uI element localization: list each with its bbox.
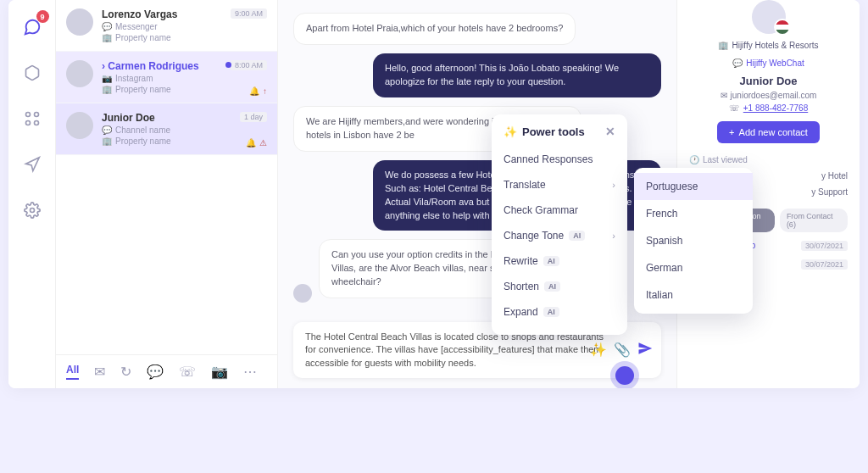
nav-inbox[interactable]: 9: [20, 15, 44, 39]
building-icon: 🏢: [102, 33, 112, 42]
plus-icon: +: [729, 127, 734, 137]
message-out: Hello, good afternoon! This is João Loba…: [373, 53, 661, 97]
chevron-right-icon: ›: [612, 180, 615, 190]
svg-point-2: [25, 121, 30, 125]
chat-icon: 💬: [732, 58, 743, 68]
building-icon: 🏢: [102, 136, 112, 146]
refresh-icon[interactable]: ↻: [120, 364, 131, 380]
lang-spanish[interactable]: Spanish: [634, 227, 753, 254]
building-icon: 🏢: [718, 41, 728, 50]
conv-time: 1 day: [240, 112, 267, 122]
nav-analytics[interactable]: [20, 61, 44, 85]
composer-text[interactable]: The Hotel Central Beach Villas is locate…: [305, 331, 610, 370]
clock-icon: 🕐: [689, 155, 699, 164]
main-nav: 9: [8, 0, 56, 388]
phone-icon: ☏: [729, 103, 740, 113]
avatar: [293, 284, 312, 303]
tag-tab-contact[interactable]: From Contact (6): [780, 209, 848, 232]
lang-german[interactable]: German: [634, 254, 753, 281]
power-tools-popover: ✨ Power tools ✕ Canned Responses Transla…: [492, 114, 627, 335]
tool-expand[interactable]: ExpandAI: [492, 299, 627, 325]
magic-icon: ✨: [504, 125, 517, 138]
lang-italian[interactable]: Italian: [634, 281, 753, 309]
nav-campaigns[interactable]: [20, 153, 44, 176]
profile-phone[interactable]: ☏+1 888-482-7768: [729, 103, 808, 113]
chevron-right-icon: ›: [102, 60, 105, 72]
bell-icon: 🔔: [246, 138, 256, 147]
instagram-icon[interactable]: 📷: [211, 364, 228, 380]
building-icon: 🏢: [102, 85, 112, 94]
channel-icon: 💬: [102, 125, 112, 135]
lang-french[interactable]: French: [634, 200, 753, 227]
add-contact-button[interactable]: +Add new contact: [717, 121, 820, 143]
conversation-item[interactable]: Junior Doe 💬Channel name 🏢Property name …: [56, 103, 277, 155]
more-icon[interactable]: ⋯: [243, 364, 257, 380]
tool-check-grammar[interactable]: Check Grammar: [492, 198, 627, 223]
last-viewed-label: 🕐Last viewed: [689, 155, 748, 164]
tool-change-tone[interactable]: Change ToneAI›: [492, 223, 627, 248]
svg-point-0: [25, 113, 30, 117]
tool-shorten[interactable]: ShortenAI: [492, 274, 627, 299]
product-chip: 💬Hijiffy WebChat: [726, 57, 811, 70]
instagram-icon: 📷: [102, 74, 112, 83]
conv-time: 8:00 AM: [231, 60, 267, 70]
nav-badge: 9: [36, 10, 49, 23]
popover-title: Power tools: [522, 125, 585, 138]
viewed-item[interactable]: y Support: [811, 187, 848, 197]
svg-point-1: [34, 113, 38, 117]
unread-dot: [225, 62, 231, 68]
profile-avatar: [752, 0, 786, 34]
bell-icon: 🔔: [249, 86, 259, 96]
profile-email: ✉juniordoes@email.com: [721, 91, 817, 100]
attachment-icon[interactable]: 📎: [614, 342, 631, 358]
viewed-item[interactable]: y Hotel: [821, 171, 848, 181]
whatsapp-icon[interactable]: ☏: [179, 364, 196, 380]
warning-icon: ⚠: [259, 138, 267, 147]
nav-apps[interactable]: [20, 107, 44, 131]
send-button[interactable]: [637, 341, 653, 359]
channel-tabs: All ✉ ↻ 💬 ☏ 📷 ⋯: [56, 354, 277, 388]
avatar: [66, 60, 93, 87]
tool-rewrite[interactable]: RewriteAI: [492, 248, 627, 274]
lang-portuguese[interactable]: Portuguese: [634, 173, 753, 200]
conversation-item[interactable]: › Carmen Rodrigues 📷Instagram 🏢Property …: [56, 52, 277, 103]
chevron-right-icon: ›: [612, 231, 615, 241]
close-icon[interactable]: ✕: [605, 125, 615, 138]
arrow-up-icon: ↑: [263, 86, 267, 96]
conversation-item[interactable]: Lorenzo Vargas 💬Messenger 🏢Property name…: [56, 0, 277, 52]
translate-submenu: Portuguese French Spanish German Italian: [634, 168, 753, 314]
email-icon[interactable]: ✉: [94, 364, 105, 380]
avatar: [66, 112, 93, 139]
email-icon: ✉: [721, 91, 727, 100]
messenger-icon: 💬: [102, 22, 112, 31]
nav-settings[interactable]: [20, 198, 44, 222]
magic-icon[interactable]: ✨: [590, 342, 607, 358]
messenger-icon[interactable]: 💬: [147, 364, 164, 380]
conversation-list: Lorenzo Vargas 💬Messenger 🏢Property name…: [56, 0, 278, 388]
flag-icon: [774, 19, 791, 36]
company-chip: 🏢Hijiffy Hotels & Resorts: [711, 39, 825, 52]
conv-time: 9:00 AM: [231, 8, 267, 19]
tool-translate[interactable]: Translate›: [492, 172, 627, 198]
svg-point-3: [34, 121, 38, 125]
svg-point-4: [30, 209, 34, 213]
profile-name: Junior Doe: [740, 75, 798, 87]
tab-all[interactable]: All: [66, 364, 79, 380]
pulse-indicator: [615, 366, 634, 385]
avatar: [66, 8, 93, 36]
tool-canned-responses[interactable]: Canned Responses: [492, 147, 627, 172]
message-in: Apart from Hotel Praia,which of your hot…: [293, 13, 576, 45]
